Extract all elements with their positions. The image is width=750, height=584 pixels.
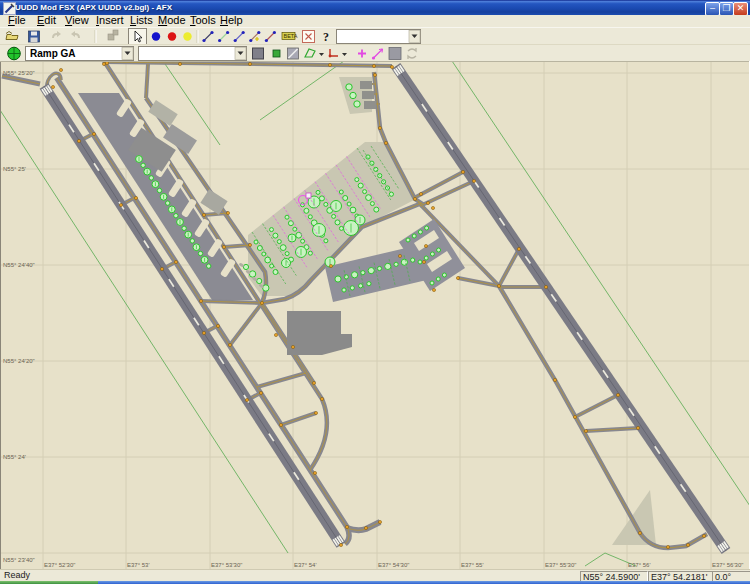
svg-text:N55° 24'40": N55° 24'40" bbox=[3, 262, 35, 268]
svg-text:E37° 52'30": E37° 52'30" bbox=[44, 562, 75, 568]
svg-text:Ramp GA: Ramp GA bbox=[30, 48, 76, 59]
svg-text:N55° 25': N55° 25' bbox=[3, 166, 26, 172]
svg-text:N55° 23'40": N55° 23'40" bbox=[3, 557, 35, 563]
svg-text:?: ? bbox=[323, 30, 329, 44]
svg-text:N55° 24': N55° 24' bbox=[3, 454, 26, 460]
svg-text:E37° 56': E37° 56' bbox=[628, 562, 651, 568]
svg-text:N55° 25'20": N55° 25'20" bbox=[3, 70, 35, 76]
svg-text:E37° 53': E37° 53' bbox=[127, 562, 150, 568]
svg-text:E37° 54'30": E37° 54'30" bbox=[378, 562, 409, 568]
svg-text:E37° 53'30": E37° 53'30" bbox=[211, 562, 242, 568]
svg-text:N55° 24'20": N55° 24'20" bbox=[3, 358, 35, 364]
svg-text:E37° 55'30": E37° 55'30" bbox=[545, 562, 576, 568]
svg-text:BETA: BETA bbox=[284, 33, 298, 39]
svg-text:E37° 54': E37° 54' bbox=[294, 562, 317, 568]
svg-text:E37° 55': E37° 55' bbox=[461, 562, 484, 568]
svg-text:E37° 56'30": E37° 56'30" bbox=[712, 562, 743, 568]
